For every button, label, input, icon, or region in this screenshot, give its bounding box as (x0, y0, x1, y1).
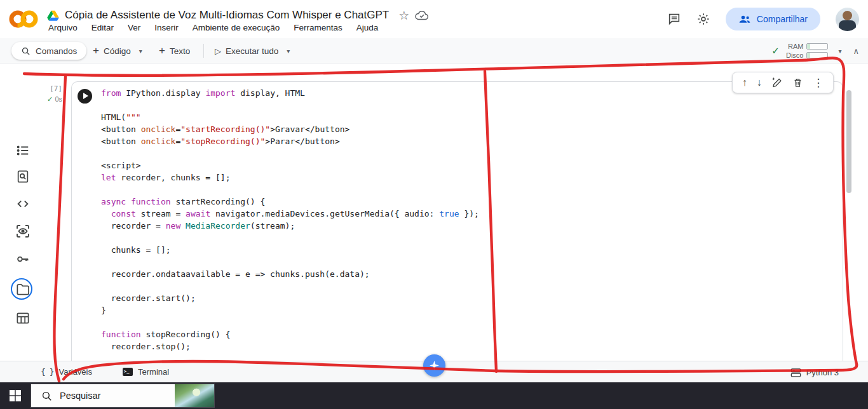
search-icon (41, 391, 52, 401)
scrollbar-thumb[interactable] (846, 90, 851, 193)
code-line[interactable] (101, 256, 479, 268)
menu-bar: Arquivo Editar Ver Inserir Ambiente de e… (48, 23, 378, 32)
secrets-key-icon[interactable] (15, 251, 31, 267)
caret-down-icon[interactable]: ▾ (287, 48, 290, 55)
table-of-contents-icon[interactable] (15, 143, 31, 158)
commands-search[interactable]: Comandos (11, 42, 86, 60)
share-label: Compartilhar (757, 14, 808, 24)
menu-ferramentas[interactable]: Ferramentas (294, 23, 342, 32)
share-button[interactable]: Compartilhar (726, 8, 820, 30)
braces-icon: { } (41, 367, 53, 377)
menu-ambiente-de-execucao[interactable]: Ambiente de execução (193, 23, 280, 32)
ram-usage-bar (806, 43, 828, 50)
code-line[interactable] (101, 99, 479, 111)
code-line[interactable]: recorder.ondataavailable = e => chunks.p… (101, 268, 479, 280)
run-all-button[interactable]: ▷ Executar tudo ▾ (215, 38, 290, 64)
run-all-label: Executar tudo (226, 46, 278, 56)
connected-check-icon: ✓ (771, 45, 780, 57)
code-line[interactable]: <button onclick="startRecording()">Grava… (101, 123, 479, 135)
delete-cell-icon[interactable] (792, 77, 803, 88)
move-cell-down-icon[interactable]: ↓ (757, 77, 762, 88)
terminal-icon (123, 368, 133, 376)
execution-count: [7] (50, 84, 62, 93)
star-icon[interactable]: ☆ (398, 10, 409, 22)
code-line[interactable]: HTML(""" (101, 111, 479, 123)
code-line[interactable]: recorder.start(); (101, 292, 479, 304)
collapse-header-icon[interactable]: ∧ (853, 46, 859, 56)
code-line[interactable] (101, 147, 479, 159)
code-cell[interactable]: from IPython.display import display, HTM… (71, 81, 843, 361)
code-line[interactable]: let recorder, chunks = []; (101, 171, 479, 184)
menu-ver[interactable]: Ver (128, 23, 140, 32)
runtime-label: Python 3 (806, 368, 839, 377)
menu-editar[interactable]: Editar (92, 23, 114, 32)
notebook-toolbar: Comandos + Código ▾ + Texto ▷ Executar t… (0, 38, 868, 64)
gemini-button[interactable] (423, 354, 445, 377)
plus-icon: + (159, 44, 165, 57)
search-placeholder: Pesquisar (60, 391, 100, 401)
avatar[interactable] (836, 8, 859, 31)
code-line[interactable]: <script> (101, 159, 479, 171)
toolbar-divider (203, 44, 204, 58)
code-line[interactable]: async function startRecording() { (101, 196, 479, 208)
add-text-label: Texto (170, 46, 190, 56)
code-editor[interactable]: from IPython.display import display, HTM… (101, 87, 479, 352)
runtime-type[interactable]: Python 3 (790, 361, 839, 383)
code-line[interactable]: recorder.stop(); (101, 340, 479, 352)
menu-ajuda[interactable]: Ajuda (356, 23, 379, 32)
cell-gutter: [7] ✓ 0s (37, 84, 62, 104)
header: Cópia de Assistente de Voz Multi-Idiomas… (0, 0, 868, 38)
add-code-button[interactable]: + Código ▾ (93, 38, 142, 64)
gemini-sparkle-icon (429, 360, 440, 371)
caret-down-icon[interactable]: ▾ (838, 48, 841, 55)
commands-label: Comandos (36, 46, 77, 56)
terminal-panel-button[interactable]: Terminal (123, 367, 169, 377)
edit-with-ai-icon[interactable] (771, 77, 783, 89)
check-icon: ✓ (47, 95, 53, 103)
code-line[interactable] (101, 316, 479, 328)
taskbar-search-box[interactable]: Pesquisar (31, 384, 215, 408)
windows-taskbar: Pesquisar W X (0, 382, 868, 409)
disk-usage-bar (806, 52, 828, 58)
scan-eye-icon[interactable] (15, 224, 31, 239)
cloud-saved-icon[interactable] (415, 10, 429, 21)
add-code-label: Código (104, 46, 131, 56)
menu-inserir[interactable]: Inserir (154, 23, 179, 32)
variables-label: Variáveis (58, 367, 92, 377)
move-cell-up-icon[interactable]: ↑ (742, 77, 747, 88)
run-cell-button[interactable] (78, 89, 92, 104)
settings-gear-icon[interactable] (696, 12, 710, 26)
document-title[interactable]: Cópia de Assistente de Voz Multi-Idiomas… (65, 9, 389, 22)
code-line[interactable] (101, 184, 479, 196)
variables-panel-button[interactable]: { } Variáveis (41, 367, 92, 377)
people-add-icon (738, 14, 751, 24)
execution-status: ✓ 0s (37, 95, 62, 104)
files-folder-icon[interactable] (15, 281, 31, 297)
start-button-icon[interactable] (10, 390, 21, 401)
left-sidebar (0, 64, 39, 361)
code-line[interactable]: <button onclick="stopRecording()">Parar<… (101, 135, 479, 147)
comments-icon[interactable] (667, 12, 681, 26)
play-outline-icon: ▷ (215, 46, 221, 56)
find-in-document-icon[interactable] (15, 169, 31, 184)
resources-indicator[interactable]: ✓ RAM Disco ▾ ∧ (771, 38, 859, 64)
red-left-vertical-stroke (54, 76, 65, 381)
code-line[interactable]: from IPython.display import display, HTM… (101, 87, 479, 99)
code-line[interactable]: chunks = []; (101, 244, 479, 256)
code-line[interactable]: const stream = await navigator.mediaDevi… (101, 208, 479, 220)
code-line[interactable] (101, 280, 479, 292)
code-line[interactable]: recorder = new MediaRecorder(stream); (101, 220, 479, 232)
menu-arquivo[interactable]: Arquivo (48, 23, 78, 32)
code-line[interactable] (101, 232, 479, 244)
more-actions-icon[interactable]: ⋮ (813, 76, 824, 90)
code-line[interactable]: function stopRecording() { (101, 328, 479, 340)
ram-label: RAM (788, 43, 803, 50)
drive-icon (47, 10, 59, 21)
code-snippets-icon[interactable] (15, 196, 31, 211)
caret-down-icon[interactable]: ▾ (139, 48, 142, 55)
colab-logo[interactable] (9, 8, 38, 30)
add-text-button[interactable]: + Texto (159, 38, 190, 64)
search-highlight-image[interactable] (175, 384, 214, 407)
code-line[interactable]: } (101, 304, 479, 316)
data-table-icon[interactable] (15, 311, 31, 326)
